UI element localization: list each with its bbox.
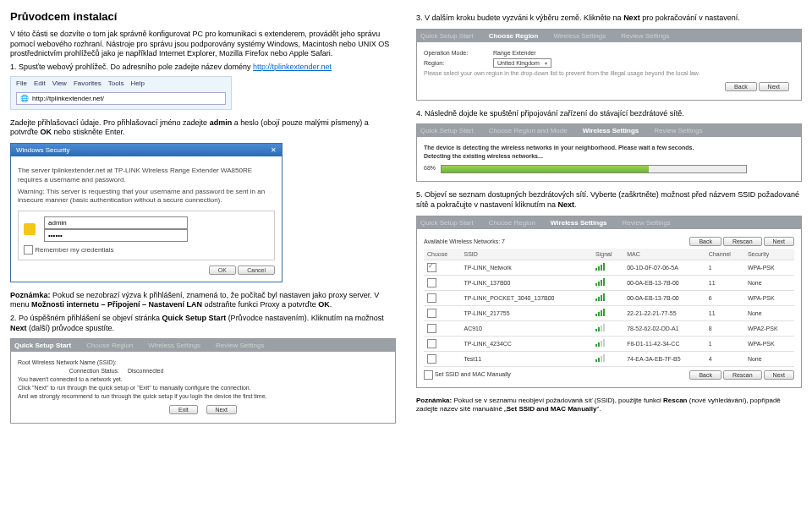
exit-button[interactable]: Exit: [169, 405, 198, 414]
step-3: 3. V dalším kroku budete vyzváni k výběr…: [416, 14, 802, 24]
right-column: 3. V dalším kroku budete vyzváni k výběr…: [416, 10, 802, 432]
step-1: 1. Spusťte webový prohlížeč. Do adresníh…: [10, 63, 396, 73]
network-table: Choose SSID Signal MAC Channel Security …: [424, 249, 794, 367]
row-checkbox[interactable]: [427, 354, 436, 364]
cell-ssid: TP-LINK_137B00: [460, 275, 592, 290]
tab-wireless-settings[interactable]: Wireless Settings: [553, 32, 606, 40]
menu-help[interactable]: Help: [130, 79, 144, 87]
rescan-button[interactable]: Rescan: [723, 370, 762, 380]
note-2: Poznámka: Pokud se v seznamu neobjeví po…: [416, 397, 802, 414]
rescan-button[interactable]: Rescan: [723, 237, 762, 246]
password-field[interactable]: [44, 229, 188, 242]
dialog-titlebar: Windows Security ✕: [11, 144, 282, 156]
tab-review-settings[interactable]: Review Settings: [622, 219, 670, 227]
row-checkbox[interactable]: [427, 278, 436, 287]
tab-choose-region[interactable]: Choose Region: [489, 32, 539, 40]
table-row: TP-LINK_4234CCF8-D1-11-42-34-CC1WPA-PSK: [424, 336, 794, 351]
signal-icon: [595, 354, 605, 362]
page-icon: 🌐: [20, 95, 29, 102]
step-4: 4. Následně dojde ke spuštění připojován…: [416, 109, 802, 119]
tab-quick-setup-start[interactable]: Quick Setup Start: [420, 32, 474, 40]
credentials-box: Remember my credentials: [18, 211, 275, 260]
cancel-button[interactable]: Cancel: [238, 266, 275, 275]
cell-ssid: TP-LINK_POCKET_3040_137B00: [460, 290, 592, 305]
qss-tabs: Quick Setup Start Choose Region Wireless…: [11, 339, 395, 352]
signal-icon: [595, 309, 605, 316]
row-checkbox[interactable]: [427, 324, 436, 333]
page-title: Průvodcem instalací: [10, 10, 396, 23]
tab-wireless-settings[interactable]: Wireless Settings: [551, 219, 607, 227]
address-bar[interactable]: 🌐 http://tplinkextender.net/: [16, 92, 226, 105]
ok-word: OK: [41, 128, 52, 136]
windows-security-dialog: Windows Security ✕ The server tplinkexte…: [10, 143, 283, 282]
back-button[interactable]: Back: [689, 370, 721, 380]
back-button[interactable]: Back: [689, 237, 721, 246]
tab-review-settings[interactable]: Review Settings: [621, 32, 669, 40]
tab-choose-region[interactable]: Choose Region: [489, 219, 535, 227]
tab-choose-region[interactable]: Choose Region: [86, 342, 133, 349]
tab-wireless-settings[interactable]: Wireless Settings: [148, 342, 200, 349]
note-1: Poznámka: Pokud se nezobrazí výzva k při…: [10, 291, 396, 310]
menu-edit[interactable]: Edit: [34, 79, 46, 87]
back-button[interactable]: Back: [725, 82, 757, 91]
cell-ssid: TP-LINK_217755: [460, 305, 592, 320]
left-column: Průvodcem instalací V této části se dozv…: [10, 10, 396, 432]
next-button[interactable]: Next: [764, 370, 794, 380]
signal-icon: [595, 263, 605, 271]
region-hint: Please select your own region in the dro…: [424, 70, 794, 76]
tab-quick-setup-start[interactable]: Quick Setup Start: [420, 219, 474, 227]
th-security: Security: [744, 249, 794, 260]
note-label: Poznámka:: [416, 397, 452, 404]
remember-checkbox[interactable]: [24, 245, 33, 255]
conn-status-value: Disconnected: [128, 368, 163, 374]
detect-tabs: Quick Setup Start Choose Region and Mode…: [417, 124, 801, 137]
help-2: Click "Next" to run through the quick se…: [18, 385, 388, 391]
row-checkbox[interactable]: [427, 309, 436, 318]
step-1-text: 1. Spusťte webový prohlížeč. Do adresníh…: [10, 63, 253, 71]
cell-ssid: AC910: [460, 320, 592, 336]
cell-security: WPA-PSK: [744, 290, 794, 305]
ok-button[interactable]: OK: [209, 266, 236, 275]
table-row: TP-LINK_POCKET_3040_137B0000-0A-EB-13-7B…: [424, 290, 794, 305]
progress-pct: 68%: [424, 165, 436, 171]
manual-checkbox[interactable]: [424, 370, 433, 380]
manual-label: Set SSID and MAC Manually: [435, 371, 511, 377]
cell-channel: 11: [705, 275, 744, 290]
row-checkbox[interactable]: [427, 263, 436, 272]
menu-favorites[interactable]: Favorites: [74, 79, 102, 87]
menu-file[interactable]: File: [16, 79, 27, 87]
tab-review-settings[interactable]: Review Settings: [216, 342, 264, 349]
conn-status-label: Connection Status:: [18, 368, 119, 374]
cell-security: None: [744, 351, 794, 366]
login-paragraph: Zadejte přihlašovací údaje. Pro přihlašo…: [10, 118, 396, 138]
cell-mac: 00-1D-0F-07-06-5A: [623, 260, 705, 275]
menu-view[interactable]: View: [52, 79, 67, 87]
row-checkbox[interactable]: [427, 293, 436, 303]
menu-tools[interactable]: Tools: [108, 79, 124, 87]
cell-channel: 1: [705, 336, 744, 351]
cell-security: WPA2-PSK: [744, 320, 794, 336]
tab-quick-setup-start[interactable]: Quick Setup Start: [14, 342, 71, 349]
username-field[interactable]: [44, 216, 188, 229]
th-ssid: SSID: [460, 249, 592, 260]
tab-quick-setup-start[interactable]: Quick Setup Start: [420, 127, 474, 134]
admin-word: admin: [210, 118, 233, 127]
cell-security: None: [744, 275, 794, 290]
th-signal: Signal: [592, 249, 623, 260]
next-button[interactable]: Next: [764, 237, 794, 246]
close-icon[interactable]: ✕: [271, 146, 277, 154]
detect-msg-2: Detecting the existing wireless networks…: [424, 153, 794, 159]
row-checkbox[interactable]: [427, 339, 436, 348]
th-choose: Choose: [424, 249, 460, 260]
tab-choose-region[interactable]: Choose Region and Mode: [489, 127, 568, 134]
th-mac: MAC: [623, 249, 705, 260]
dialog-msg-1: The server tplinkextender.net at TP-LINK…: [18, 167, 275, 184]
signal-icon: [595, 324, 605, 331]
domain-link[interactable]: http://tplinkextender.net: [253, 63, 332, 71]
tab-wireless-settings[interactable]: Wireless Settings: [583, 127, 639, 134]
tab-review-settings[interactable]: Review Settings: [654, 127, 702, 134]
next-button[interactable]: Next: [206, 405, 237, 414]
table-row: Test1174-EA-3A-EB-7F-B54None: [424, 351, 794, 366]
region-select[interactable]: United Kingdom: [493, 58, 551, 68]
next-button[interactable]: Next: [759, 82, 789, 91]
